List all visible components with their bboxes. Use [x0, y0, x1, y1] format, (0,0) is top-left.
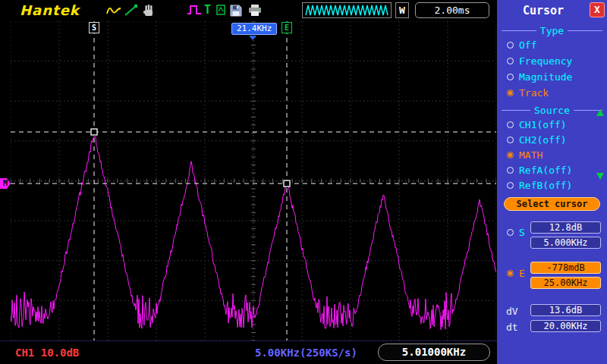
sample-rate-readout: 5.00KHz(250KS/s) — [255, 347, 357, 359]
hand-drag-icon[interactable] — [141, 4, 156, 17]
trigger-indicator: T — [204, 3, 211, 17]
type-option-frequency[interactable]: Frequency — [507, 53, 572, 68]
delta-t-label: dt — [506, 322, 518, 333]
source-option-ch1[interactable]: CH1(off) — [507, 117, 567, 132]
radio-icon — [507, 89, 514, 96]
panel-title: Cursor — [497, 4, 590, 17]
divider-line — [568, 30, 602, 31]
track-frequency-badge: 21.4KHz — [231, 23, 277, 35]
close-icon[interactable]: X — [590, 2, 605, 17]
radio-icon — [507, 121, 514, 128]
brand-logo: Hantek — [20, 2, 80, 18]
radio-icon — [507, 136, 514, 143]
save-icon[interactable] — [229, 4, 244, 17]
radio-icon — [507, 58, 514, 64]
status-bar: CH1 10.0dB 5.00KHz(250KS/s) 5.01000KHz — [0, 340, 497, 364]
radio-icon — [507, 74, 514, 80]
scroll-up-icon[interactable] — [596, 109, 604, 116]
delta-v-value: 13.6dB — [530, 304, 601, 316]
scroll-down-icon[interactable] — [596, 173, 604, 180]
cursor-s-magnitude-value: 12.8dB — [530, 221, 601, 234]
radio-icon — [507, 229, 514, 236]
cursor-s-frequency-value: 5.000KHz — [530, 237, 601, 249]
divider-line — [502, 110, 530, 111]
run-flag-icon[interactable] — [216, 4, 225, 17]
cursor-e-marker[interactable]: E — [281, 22, 292, 33]
type-option-track[interactable]: Track — [507, 85, 549, 100]
trigger-position-icon[interactable] — [249, 36, 256, 40]
cursor-menu-panel: Cursor X Type Off Frequency Magnitude Tr… — [497, 0, 607, 364]
waveform-record-bar[interactable] — [302, 2, 392, 18]
cursor-e-readout-label[interactable]: E — [507, 265, 525, 281]
delta-v-label: dV — [506, 306, 518, 317]
timebase-readout[interactable]: 2.00ms — [415, 2, 489, 18]
cursor-s-readout-label[interactable]: S — [507, 224, 525, 240]
radio-icon — [507, 152, 514, 158]
source-option-ch2[interactable]: CH2(off) — [507, 132, 567, 147]
radio-icon — [507, 167, 514, 174]
slope-icon[interactable] — [124, 4, 139, 17]
radio-icon — [507, 182, 514, 189]
section-label: Type — [540, 25, 564, 36]
scope-canvas — [11, 21, 496, 340]
cursor-e-magnitude-value: -778mdB — [530, 262, 601, 274]
source-option-refa[interactable]: RefA(off) — [507, 162, 572, 177]
cursor-s-marker[interactable]: S — [89, 22, 99, 33]
toolbar: Hantek T W 2.00ms — [0, 0, 497, 21]
section-label: Source — [534, 105, 570, 116]
window-mode-badge: W — [395, 2, 409, 18]
source-option-math[interactable]: MATH — [507, 147, 543, 162]
select-cursor-button[interactable]: Select cursor — [504, 197, 600, 211]
type-section-header: Type — [497, 24, 607, 36]
divider-line — [502, 30, 536, 31]
oscilloscope-screen: Hantek T W 2.00ms S E 21 — [0, 0, 607, 364]
delta-t-value: 20.00KHz — [530, 320, 601, 332]
print-icon[interactable] — [247, 4, 263, 17]
frequency-counter: 5.01000KHz — [378, 344, 490, 361]
waveform-display: S E 21.4KHz — [11, 21, 496, 340]
source-option-refb[interactable]: RefB(off) — [507, 177, 572, 193]
channel-waveform-icon[interactable] — [106, 4, 121, 17]
type-option-magnitude[interactable]: Magnitude — [507, 69, 572, 84]
ch1-scale-readout: CH1 10.0dB — [15, 347, 79, 359]
type-option-off[interactable]: Off — [507, 37, 536, 52]
source-section-header: Source — [497, 104, 607, 116]
pulse-trigger-icon[interactable] — [187, 4, 202, 17]
radio-icon — [507, 270, 514, 277]
radio-icon — [507, 42, 514, 49]
math-channel-marker[interactable]: M — [0, 178, 11, 189]
cursor-e-frequency-value: 25.00KHz — [530, 277, 601, 289]
